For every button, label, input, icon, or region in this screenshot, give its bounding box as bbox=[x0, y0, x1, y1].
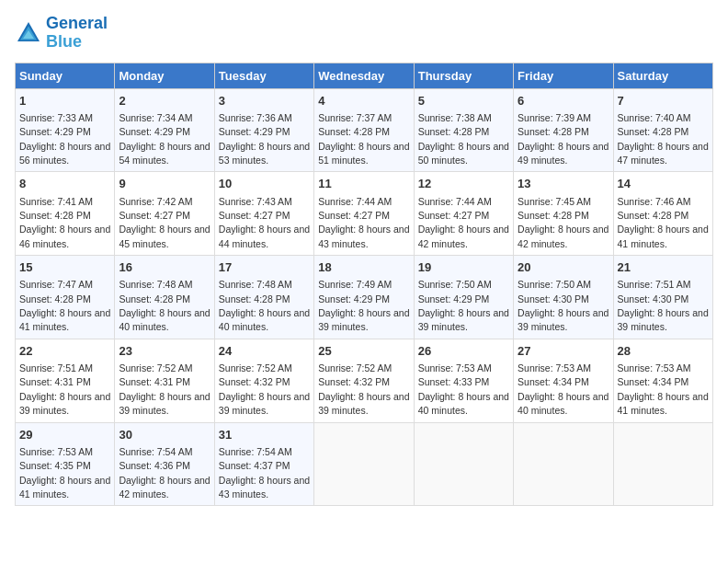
calendar-week-row: 29 Sunrise: 7:53 AMSunset: 4:35 PMDaylig… bbox=[16, 422, 713, 506]
calendar-cell: 23 Sunrise: 7:52 AMSunset: 4:31 PMDaylig… bbox=[115, 339, 214, 422]
day-info: Sunrise: 7:40 AMSunset: 4:28 PMDaylight:… bbox=[618, 112, 709, 166]
calendar-week-row: 15 Sunrise: 7:47 AMSunset: 4:28 PMDaylig… bbox=[16, 256, 713, 339]
calendar-cell: 16 Sunrise: 7:48 AMSunset: 4:28 PMDaylig… bbox=[115, 256, 214, 339]
day-info: Sunrise: 7:52 AMSunset: 4:32 PMDaylight:… bbox=[318, 362, 409, 416]
day-number: 16 bbox=[119, 259, 210, 276]
day-number: 22 bbox=[19, 343, 110, 360]
day-info: Sunrise: 7:50 AMSunset: 4:30 PMDaylight:… bbox=[518, 279, 609, 332]
day-number: 30 bbox=[119, 427, 210, 443]
calendar-week-row: 22 Sunrise: 7:51 AMSunset: 4:31 PMDaylig… bbox=[16, 339, 713, 422]
day-of-week-header: Wednesday bbox=[314, 63, 414, 88]
calendar-cell bbox=[414, 422, 513, 506]
day-info: Sunrise: 7:50 AMSunset: 4:29 PMDaylight:… bbox=[418, 279, 509, 332]
day-info: Sunrise: 7:52 AMSunset: 4:31 PMDaylight:… bbox=[119, 362, 210, 416]
day-number: 15 bbox=[19, 259, 110, 276]
day-info: Sunrise: 7:36 AMSunset: 4:29 PMDaylight:… bbox=[219, 112, 310, 166]
day-info: Sunrise: 7:53 AMSunset: 4:34 PMDaylight:… bbox=[618, 362, 709, 416]
calendar-cell: 14 Sunrise: 7:46 AMSunset: 4:28 PMDaylig… bbox=[613, 172, 712, 256]
logo-icon bbox=[15, 19, 42, 47]
calendar-cell: 3 Sunrise: 7:36 AMSunset: 4:29 PMDayligh… bbox=[214, 88, 313, 172]
calendar-cell: 17 Sunrise: 7:48 AMSunset: 4:28 PMDaylig… bbox=[214, 256, 313, 339]
calendar-cell: 12 Sunrise: 7:44 AMSunset: 4:27 PMDaylig… bbox=[414, 172, 513, 256]
calendar-cell: 7 Sunrise: 7:40 AMSunset: 4:28 PMDayligh… bbox=[613, 88, 712, 172]
calendar-cell bbox=[314, 422, 414, 506]
day-number: 4 bbox=[318, 93, 409, 109]
day-number: 11 bbox=[318, 176, 409, 192]
day-number: 7 bbox=[618, 93, 709, 109]
day-info: Sunrise: 7:34 AMSunset: 4:29 PMDaylight:… bbox=[119, 112, 210, 166]
logo: General Blue bbox=[15, 15, 108, 52]
day-info: Sunrise: 7:37 AMSunset: 4:28 PMDaylight:… bbox=[318, 112, 409, 166]
calendar-cell: 4 Sunrise: 7:37 AMSunset: 4:28 PMDayligh… bbox=[314, 88, 414, 172]
day-number: 13 bbox=[518, 176, 609, 192]
day-info: Sunrise: 7:44 AMSunset: 4:27 PMDaylight:… bbox=[418, 196, 509, 249]
day-info: Sunrise: 7:46 AMSunset: 4:28 PMDaylight:… bbox=[618, 196, 709, 249]
day-info: Sunrise: 7:54 AMSunset: 4:36 PMDaylight:… bbox=[119, 446, 210, 500]
day-info: Sunrise: 7:42 AMSunset: 4:27 PMDaylight:… bbox=[119, 196, 210, 249]
calendar-cell: 30 Sunrise: 7:54 AMSunset: 4:36 PMDaylig… bbox=[115, 422, 214, 506]
day-info: Sunrise: 7:43 AMSunset: 4:27 PMDaylight:… bbox=[219, 196, 310, 249]
day-number: 29 bbox=[19, 427, 110, 443]
day-number: 14 bbox=[618, 176, 709, 192]
page-header: General Blue bbox=[15, 15, 713, 52]
day-info: Sunrise: 7:53 AMSunset: 4:35 PMDaylight:… bbox=[19, 446, 110, 500]
calendar-week-row: 1 Sunrise: 7:33 AMSunset: 4:29 PMDayligh… bbox=[16, 88, 713, 172]
day-number: 1 bbox=[19, 93, 110, 109]
day-info: Sunrise: 7:45 AMSunset: 4:28 PMDaylight:… bbox=[518, 196, 609, 249]
day-info: Sunrise: 7:53 AMSunset: 4:34 PMDaylight:… bbox=[518, 362, 609, 416]
calendar-cell: 15 Sunrise: 7:47 AMSunset: 4:28 PMDaylig… bbox=[16, 256, 115, 339]
day-number: 6 bbox=[518, 93, 609, 109]
day-info: Sunrise: 7:44 AMSunset: 4:27 PMDaylight:… bbox=[318, 196, 409, 249]
day-number: 26 bbox=[418, 343, 509, 360]
calendar-table: SundayMondayTuesdayWednesdayThursdayFrid… bbox=[15, 63, 713, 507]
day-number: 8 bbox=[19, 176, 110, 192]
day-number: 3 bbox=[219, 93, 310, 109]
calendar-cell: 24 Sunrise: 7:52 AMSunset: 4:32 PMDaylig… bbox=[214, 339, 313, 422]
day-info: Sunrise: 7:51 AMSunset: 4:30 PMDaylight:… bbox=[618, 279, 709, 332]
calendar-cell bbox=[613, 422, 712, 506]
calendar-cell: 29 Sunrise: 7:53 AMSunset: 4:35 PMDaylig… bbox=[16, 422, 115, 506]
day-info: Sunrise: 7:51 AMSunset: 4:31 PMDaylight:… bbox=[19, 362, 110, 416]
calendar-cell: 21 Sunrise: 7:51 AMSunset: 4:30 PMDaylig… bbox=[613, 256, 712, 339]
day-info: Sunrise: 7:54 AMSunset: 4:37 PMDaylight:… bbox=[219, 446, 310, 500]
calendar-cell: 22 Sunrise: 7:51 AMSunset: 4:31 PMDaylig… bbox=[16, 339, 115, 422]
day-number: 25 bbox=[318, 343, 409, 360]
calendar-cell: 1 Sunrise: 7:33 AMSunset: 4:29 PMDayligh… bbox=[16, 88, 115, 172]
day-info: Sunrise: 7:41 AMSunset: 4:28 PMDaylight:… bbox=[19, 196, 110, 249]
calendar-cell: 8 Sunrise: 7:41 AMSunset: 4:28 PMDayligh… bbox=[16, 172, 115, 256]
day-number: 5 bbox=[418, 93, 509, 109]
day-info: Sunrise: 7:38 AMSunset: 4:28 PMDaylight:… bbox=[418, 112, 509, 166]
calendar-cell: 18 Sunrise: 7:49 AMSunset: 4:29 PMDaylig… bbox=[314, 256, 414, 339]
calendar-cell: 27 Sunrise: 7:53 AMSunset: 4:34 PMDaylig… bbox=[514, 339, 613, 422]
day-number: 27 bbox=[518, 343, 609, 360]
day-info: Sunrise: 7:39 AMSunset: 4:28 PMDaylight:… bbox=[518, 112, 609, 166]
calendar-header-row: SundayMondayTuesdayWednesdayThursdayFrid… bbox=[16, 63, 713, 88]
day-info: Sunrise: 7:33 AMSunset: 4:29 PMDaylight:… bbox=[19, 112, 110, 166]
day-number: 21 bbox=[618, 259, 709, 276]
calendar-cell: 26 Sunrise: 7:53 AMSunset: 4:33 PMDaylig… bbox=[414, 339, 513, 422]
calendar-cell: 11 Sunrise: 7:44 AMSunset: 4:27 PMDaylig… bbox=[314, 172, 414, 256]
day-number: 23 bbox=[119, 343, 210, 360]
day-number: 19 bbox=[418, 259, 509, 276]
day-number: 31 bbox=[219, 427, 310, 443]
day-number: 18 bbox=[318, 259, 409, 276]
day-number: 2 bbox=[119, 93, 210, 109]
day-number: 9 bbox=[119, 176, 210, 192]
calendar-cell: 20 Sunrise: 7:50 AMSunset: 4:30 PMDaylig… bbox=[514, 256, 613, 339]
day-number: 20 bbox=[518, 259, 609, 276]
day-info: Sunrise: 7:48 AMSunset: 4:28 PMDaylight:… bbox=[219, 279, 310, 332]
calendar-cell: 10 Sunrise: 7:43 AMSunset: 4:27 PMDaylig… bbox=[214, 172, 313, 256]
day-of-week-header: Tuesday bbox=[214, 63, 313, 88]
calendar-cell: 25 Sunrise: 7:52 AMSunset: 4:32 PMDaylig… bbox=[314, 339, 414, 422]
day-info: Sunrise: 7:48 AMSunset: 4:28 PMDaylight:… bbox=[119, 279, 210, 332]
calendar-cell bbox=[514, 422, 613, 506]
day-number: 10 bbox=[219, 176, 310, 192]
calendar-cell: 9 Sunrise: 7:42 AMSunset: 4:27 PMDayligh… bbox=[115, 172, 214, 256]
day-of-week-header: Friday bbox=[514, 63, 613, 88]
day-info: Sunrise: 7:49 AMSunset: 4:29 PMDaylight:… bbox=[318, 279, 409, 332]
calendar-cell: 5 Sunrise: 7:38 AMSunset: 4:28 PMDayligh… bbox=[414, 88, 513, 172]
day-number: 28 bbox=[618, 343, 709, 360]
day-info: Sunrise: 7:53 AMSunset: 4:33 PMDaylight:… bbox=[418, 362, 509, 416]
day-number: 12 bbox=[418, 176, 509, 192]
calendar-week-row: 8 Sunrise: 7:41 AMSunset: 4:28 PMDayligh… bbox=[16, 172, 713, 256]
